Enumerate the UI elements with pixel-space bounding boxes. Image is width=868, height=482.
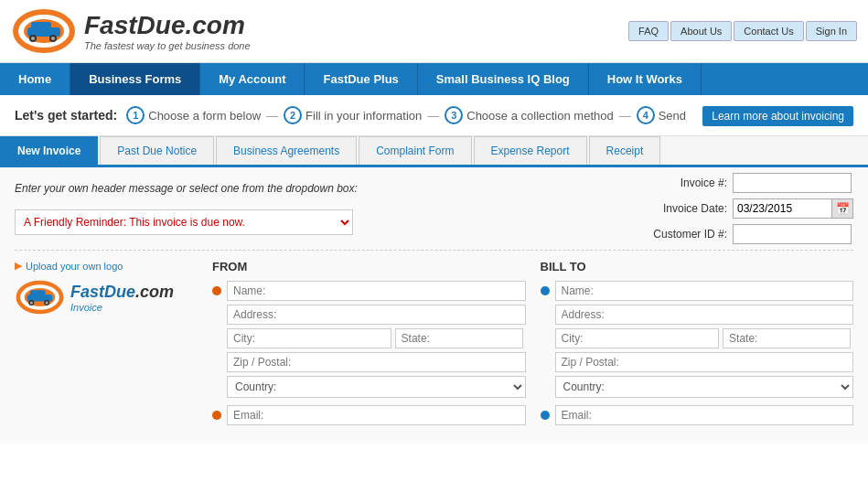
nav-how-it-works[interactable]: How It Works bbox=[589, 63, 702, 95]
step-4: 4 Send bbox=[637, 106, 686, 124]
billto-address-row bbox=[541, 305, 854, 325]
header-buttons: FAQ About Us Contact Us Sign In bbox=[627, 21, 857, 41]
signin-button[interactable]: Sign In bbox=[806, 21, 857, 41]
header-message-row: Enter your own header message or select … bbox=[15, 182, 627, 195]
invoice-number-input[interactable] bbox=[733, 173, 852, 193]
learn-more-anchor[interactable]: Learn more about invoicing bbox=[702, 106, 853, 126]
invoice-logo-icon bbox=[15, 279, 65, 316]
billto-address-input[interactable] bbox=[555, 305, 854, 325]
billto-country-row: Country: bbox=[541, 376, 854, 402]
billto-email-input[interactable] bbox=[555, 405, 854, 425]
svg-point-17 bbox=[46, 302, 48, 305]
nav-business-forms[interactable]: Business Forms bbox=[70, 63, 200, 95]
from-city-input[interactable] bbox=[227, 328, 391, 348]
triangle-icon: ▶ bbox=[15, 260, 22, 272]
billto-column: BILL TO Country: bbox=[541, 260, 854, 429]
svg-point-8 bbox=[51, 37, 55, 40]
from-state-input[interactable] bbox=[395, 328, 523, 348]
billto-email-row bbox=[541, 405, 854, 425]
invoice-logo: FastDue.com Invoice bbox=[15, 279, 198, 316]
step-2: 2 Fill in your information bbox=[284, 106, 422, 124]
form-area: Invoice #: Invoice Date: 📅 Customer ID #… bbox=[0, 167, 868, 444]
logo-icon bbox=[11, 7, 77, 55]
nav-home[interactable]: Home bbox=[0, 63, 70, 95]
from-country-row: Country: bbox=[212, 376, 526, 402]
logo-tagline: The fastest way to get business done bbox=[84, 40, 251, 51]
step-4-circle: 4 bbox=[637, 106, 655, 124]
step-1-label: Choose a form below bbox=[148, 109, 261, 123]
tab-past-due[interactable]: Past Due Notice bbox=[100, 136, 214, 165]
from-email-input[interactable] bbox=[227, 405, 526, 425]
invoice-number-row: Invoice #: bbox=[627, 173, 853, 193]
invoice-date-row: Invoice Date: 📅 bbox=[627, 198, 853, 219]
billto-name-dot bbox=[541, 286, 550, 295]
from-header: FROM bbox=[212, 260, 526, 273]
learn-more-link[interactable]: Learn more about invoicing bbox=[702, 109, 853, 123]
from-name-row bbox=[212, 281, 526, 301]
from-zip-row bbox=[212, 352, 526, 372]
billto-city-input[interactable] bbox=[555, 328, 720, 348]
from-column: FROM Country: bbox=[212, 260, 526, 429]
customer-id-label: Customer ID #: bbox=[627, 228, 727, 241]
from-address-row bbox=[212, 305, 526, 325]
from-name-input[interactable] bbox=[227, 281, 526, 301]
svg-point-16 bbox=[30, 302, 33, 305]
step-3-circle: 3 bbox=[445, 106, 463, 124]
billto-country-select[interactable]: Country: bbox=[555, 376, 854, 398]
billto-email-dot bbox=[541, 411, 550, 420]
contact-button[interactable]: Contact Us bbox=[734, 21, 803, 41]
billto-city-state-row bbox=[541, 328, 854, 348]
nav-blog[interactable]: Small Business IQ Blog bbox=[418, 63, 589, 95]
customer-id-row: Customer ID #: bbox=[627, 224, 853, 244]
from-country-select[interactable]: Country: bbox=[227, 376, 526, 398]
from-city-state-row bbox=[212, 328, 526, 348]
logo-text-area: FastDue.com The fastest way to get busin… bbox=[84, 11, 251, 51]
step-3-label: Choose a collection method bbox=[466, 109, 613, 123]
calendar-button[interactable]: 📅 bbox=[831, 198, 853, 219]
tab-new-invoice[interactable]: New Invoice bbox=[0, 136, 98, 165]
billto-state-input[interactable] bbox=[723, 328, 851, 348]
step-sep-1: — bbox=[266, 109, 278, 123]
invoice-brand-text: FastDue.com bbox=[70, 283, 174, 302]
billto-zip-input[interactable] bbox=[555, 352, 854, 372]
tab-complaint-form[interactable]: Complaint Form bbox=[359, 136, 471, 165]
upload-logo-label: Upload your own logo bbox=[26, 261, 123, 272]
invoice-number-label: Invoice #: bbox=[627, 177, 727, 189]
faq-button[interactable]: FAQ bbox=[628, 21, 669, 41]
main-nav: Home Business Forms My Account FastDue P… bbox=[0, 63, 868, 95]
step-1: 1 Choose a form below bbox=[126, 106, 261, 124]
invoice-fields: Invoice #: Invoice Date: 📅 Customer ID #… bbox=[627, 173, 853, 250]
from-email-row bbox=[212, 405, 526, 425]
upload-logo-link[interactable]: ▶ Upload your own logo bbox=[15, 260, 198, 272]
logo-section: ▶ Upload your own logo FastDue.com bbox=[15, 260, 198, 429]
from-zip-input[interactable] bbox=[227, 352, 526, 372]
customer-id-input[interactable] bbox=[733, 224, 852, 244]
header-message-label: Enter your own header message or select … bbox=[15, 182, 358, 195]
billto-name-input[interactable] bbox=[555, 281, 854, 301]
nav-my-account[interactable]: My Account bbox=[200, 63, 305, 95]
svg-rect-4 bbox=[31, 22, 51, 31]
form-body: ▶ Upload your own logo FastDue.com bbox=[15, 250, 853, 429]
billto-name-row bbox=[541, 281, 854, 301]
svg-point-7 bbox=[31, 37, 35, 40]
tab-receipt[interactable]: Receipt bbox=[589, 136, 661, 165]
header-message-select[interactable]: A Friendly Reminder: This invoice is due… bbox=[15, 209, 353, 235]
invoice-date-wrap: 📅 bbox=[733, 198, 853, 219]
tab-expense-report[interactable]: Expense Report bbox=[474, 136, 587, 165]
invoice-date-input[interactable] bbox=[733, 198, 831, 219]
steps-label: Let's get started: bbox=[15, 108, 117, 123]
step-1-circle: 1 bbox=[126, 106, 145, 124]
step-3: 3 Choose a collection method bbox=[445, 106, 613, 124]
logo-brand: FastDue.com bbox=[84, 11, 251, 40]
billto-header: BILL TO bbox=[541, 260, 854, 273]
invoice-brand: FastDue.com Invoice bbox=[70, 283, 174, 313]
step-4-label: Send bbox=[659, 109, 686, 123]
from-address-input[interactable] bbox=[227, 305, 526, 325]
from-name-dot bbox=[212, 286, 221, 295]
about-button[interactable]: About Us bbox=[670, 21, 732, 41]
svg-rect-13 bbox=[30, 290, 46, 297]
billto-zip-row bbox=[541, 352, 854, 372]
nav-fastdue-plus[interactable]: FastDue Plus bbox=[305, 63, 417, 95]
logo-area: FastDue.com The fastest way to get busin… bbox=[11, 7, 251, 55]
tab-business-agreements[interactable]: Business Agreements bbox=[216, 136, 357, 165]
